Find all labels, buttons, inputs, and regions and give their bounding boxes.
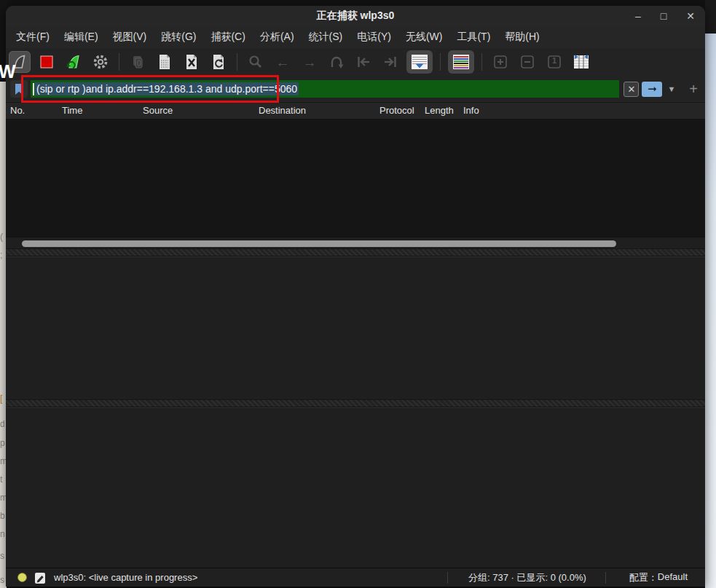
expert-info-icon[interactable] <box>17 573 27 582</box>
add-filter-button[interactable]: + <box>689 81 698 98</box>
capture-status-text: wlp3s0: <live capture in progress> <box>54 572 197 583</box>
background-letter: W <box>0 61 16 82</box>
resize-columns-button[interactable] <box>570 51 592 73</box>
gear-icon <box>92 53 109 71</box>
column-time[interactable]: Time <box>62 105 82 116</box>
column-destination[interactable]: Destination <box>259 105 306 116</box>
column-info[interactable]: Info <box>463 105 479 116</box>
minimize-button[interactable]: – <box>635 10 641 22</box>
go-to-packet-button[interactable] <box>326 51 347 73</box>
filter-bookmark-button[interactable] <box>10 80 28 98</box>
title-bar[interactable]: 正在捕获 wlp3s0 – □ ✕ <box>6 6 705 26</box>
restart-fin-icon <box>65 53 82 71</box>
profile-label: 配置： <box>629 571 658 584</box>
auto-scroll-toggle[interactable] <box>406 50 433 74</box>
packet-details-pane[interactable] <box>6 256 705 399</box>
go-back-button[interactable]: ← <box>272 51 294 73</box>
reload-document-icon <box>211 54 226 70</box>
go-forward-button[interactable]: → <box>299 51 320 73</box>
wireshark-window: 正在捕获 wlp3s0 – □ ✕ 文件(F) 编辑(E) 视图(V) 跳转(G… <box>6 6 705 587</box>
packet-list-pane[interactable] <box>6 119 705 237</box>
go-last-packet-button[interactable] <box>379 51 401 73</box>
menu-capture[interactable]: 捕获(C) <box>211 31 245 44</box>
arrow-right-icon: → <box>303 55 317 69</box>
clear-filter-button[interactable]: ✕ <box>623 82 639 97</box>
zoom-reset-button[interactable]: 1 <box>543 51 565 73</box>
open-file-icon <box>130 54 146 70</box>
profile-value: Default <box>658 571 688 584</box>
find-packet-button[interactable] <box>245 51 267 73</box>
display-filter-input[interactable]: (sip or rtp )and ip.addr==192.168.1.3 an… <box>31 80 619 98</box>
pane-splitter[interactable] <box>6 399 705 407</box>
stop-capture-button[interactable] <box>36 51 58 73</box>
toolbar-separator <box>237 53 237 71</box>
column-length[interactable]: Length <box>425 105 454 116</box>
profile-section[interactable]: 配置：Default <box>606 571 698 584</box>
filter-expression-text: (sip or rtp )and ip.addr==192.168.1.3 an… <box>35 82 299 95</box>
search-icon <box>248 54 264 70</box>
maximize-button[interactable]: □ <box>661 10 666 22</box>
zoom-reset-icon: 1 <box>546 54 562 70</box>
column-protocol[interactable]: Protocol <box>379 105 414 116</box>
colorize-toggle[interactable] <box>448 50 474 74</box>
toolbar-separator <box>481 53 482 71</box>
zoom-in-icon <box>492 54 508 70</box>
menu-help[interactable]: 帮助(H) <box>505 31 539 44</box>
save-file-button[interactable] <box>154 51 176 73</box>
menu-analyze[interactable]: 分析(A) <box>260 31 294 44</box>
capture-options-button[interactable] <box>90 51 111 73</box>
go-last-icon <box>382 54 398 70</box>
open-file-button[interactable] <box>127 51 149 73</box>
menu-statistics[interactable]: 统计(S) <box>309 31 343 44</box>
capture-comment-icon[interactable] <box>34 571 47 584</box>
colorize-icon <box>452 54 470 70</box>
close-file-button[interactable] <box>181 51 202 73</box>
jump-arrow-icon <box>329 54 345 70</box>
packet-counts-text: 分组: 737 · 已显示: 0 (0.0%) <box>448 571 605 584</box>
column-no[interactable]: No. <box>10 105 25 116</box>
bookmark-icon <box>14 83 24 95</box>
auto-scroll-icon <box>411 54 428 70</box>
menu-file[interactable]: 文件(F) <box>16 31 50 44</box>
horizontal-scrollbar[interactable] <box>6 237 705 248</box>
main-toolbar: ← → <box>6 48 705 76</box>
toolbar-separator <box>119 53 119 71</box>
reload-file-button[interactable] <box>208 51 229 73</box>
apply-filter-button[interactable]: ➞ <box>642 82 662 97</box>
menu-tools[interactable]: 工具(T) <box>457 31 490 44</box>
window-title: 正在捕获 wlp3s0 <box>317 9 395 23</box>
pane-splitter[interactable] <box>6 248 705 256</box>
arrow-left-icon: ← <box>276 55 290 69</box>
go-first-packet-button[interactable] <box>353 51 374 73</box>
menu-view[interactable]: 视图(V) <box>113 31 147 44</box>
zoom-in-button[interactable] <box>489 51 511 73</box>
filter-dropdown-caret[interactable]: ▼ <box>665 85 677 93</box>
menu-bar: 文件(F) 编辑(E) 视图(V) 跳转(G) 捕获(C) 分析(A) 统计(S… <box>6 26 705 48</box>
zoom-out-icon <box>519 54 535 70</box>
status-bar: wlp3s0: <live capture in progress> 分组: 7… <box>6 568 705 587</box>
column-source[interactable]: Source <box>143 105 173 116</box>
packet-list-header: No. Time Source Destination Protocol Len… <box>6 102 705 119</box>
menu-wireless[interactable]: 无线(W) <box>406 31 443 44</box>
menu-edit[interactable]: 编辑(E) <box>64 31 98 44</box>
stop-square-icon <box>39 54 55 70</box>
toolbar-separator <box>440 53 441 71</box>
binary-document-icon <box>157 54 172 70</box>
restart-capture-button[interactable] <box>63 51 84 73</box>
background-window-right-strip <box>705 0 716 588</box>
close-button[interactable]: ✕ <box>686 10 695 22</box>
scrollbar-thumb[interactable] <box>22 240 616 247</box>
text-caret <box>33 83 34 95</box>
go-first-icon <box>355 54 371 70</box>
display-filter-bar: (sip or rtp )and ip.addr==192.168.1.3 an… <box>6 76 705 102</box>
close-document-icon <box>184 54 199 70</box>
packet-bytes-pane[interactable] <box>6 407 705 568</box>
menu-go[interactable]: 跳转(G) <box>161 31 196 44</box>
menu-telephony[interactable]: 电话(Y) <box>357 31 391 44</box>
resize-columns-icon <box>573 54 590 70</box>
zoom-out-button[interactable] <box>516 51 538 73</box>
